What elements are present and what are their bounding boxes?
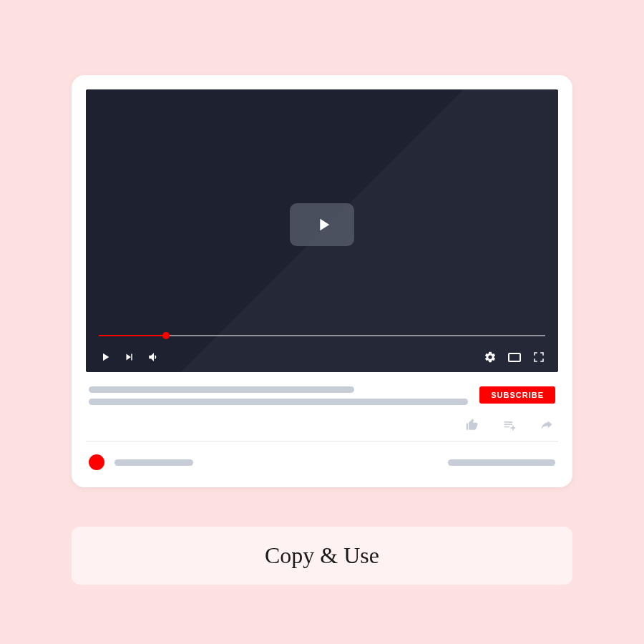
video-player-card: SUBSCRIBE [72,75,572,487]
channel-info [89,454,193,470]
channel-stat-placeholder [448,459,555,466]
fullscreen-icon [532,351,545,364]
settings-button[interactable] [484,351,497,364]
video-viewport[interactable] [86,89,558,372]
theater-icon [508,353,521,362]
volume-icon [147,351,160,364]
theater-button[interactable] [508,351,521,364]
controls-left [99,351,160,364]
controls-bar [99,351,545,364]
progress-track[interactable] [99,335,545,336]
title-line-1 [89,386,354,393]
play-button[interactable] [99,351,112,364]
next-icon [123,351,136,364]
add-to-playlist-button[interactable] [501,418,518,432]
play-icon [99,351,112,364]
channel-avatar[interactable] [89,454,104,470]
play-button-center[interactable] [290,203,354,246]
playlist-add-icon [501,418,518,432]
caption-button[interactable]: Copy & Use [72,527,572,585]
progress-fill [99,335,166,336]
controls-right [484,351,545,364]
video-meta: SUBSCRIBE [86,372,558,405]
caption-label: Copy & Use [265,542,379,568]
fullscreen-button[interactable] [532,351,545,364]
progress-thumb[interactable] [162,332,170,339]
share-icon [538,418,555,432]
title-line-2 [89,399,468,405]
gear-icon [484,351,497,364]
share-button[interactable] [538,418,555,432]
volume-button[interactable] [147,351,160,364]
subscribe-button[interactable]: SUBSCRIBE [479,386,555,404]
channel-name-placeholder [114,459,193,466]
next-button[interactable] [123,351,136,364]
like-button[interactable] [464,418,481,432]
play-icon [313,215,333,235]
channel-row [86,441,558,473]
title-placeholder [89,386,468,405]
video-actions [86,409,558,441]
thumbs-up-icon [464,418,481,432]
